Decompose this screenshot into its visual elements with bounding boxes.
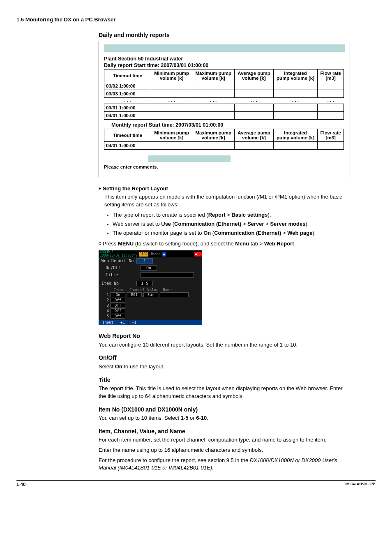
val-onoff: On — [141, 265, 157, 271]
page-number: 1-40 — [16, 482, 25, 487]
col-avg: Average pumpvolume [k] — [235, 129, 273, 142]
doc-number: IM 04L41B01-17E — [345, 482, 376, 487]
setting-desc: This item only appears on models with th… — [104, 193, 349, 209]
daily-heading: Daily report Start time: 2007/03/01 01:0… — [104, 62, 345, 68]
col-flow: Flow rate[m3] — [318, 129, 344, 142]
lbl-item-no: Item No — [101, 281, 136, 286]
table-row: 03/31 1:00:00 — [104, 104, 344, 112]
plant-title: Plant Section 50 Industrial water — [104, 56, 345, 62]
ellipsis-row: . . . . . . . . . . . . . . . . . . — [104, 98, 344, 104]
camera-icon: ◉ — [162, 252, 166, 257]
lbl-report-no: Web Report No — [101, 259, 136, 263]
p-web-report-no: You can configure 10 different report la… — [99, 341, 349, 349]
ss-items-table: Item Channel Value Name 1OnR01Sum 2Off 3… — [99, 287, 202, 320]
monthly-heading: Monthly report Start time: 2007/03/01 01… — [104, 122, 345, 128]
page-footer: 1-40 IM 04L41B01-17E — [16, 480, 376, 487]
monthly-table: Timeout time Minimum pumpvolume [k] Maxi… — [104, 129, 344, 150]
bullet-report: The type of report to create is specifie… — [113, 211, 349, 219]
p-title: The report title. This title is used to … — [99, 385, 349, 400]
report-illustration: Plant Section 50 Industrial water Daily … — [99, 41, 350, 177]
ss-footer: Input +1 -1 — [99, 320, 202, 325]
bullet-page: The operator or monitor page is set to O… — [113, 229, 349, 237]
subtitle: Daily and monthly reports — [99, 32, 376, 38]
p-item-no: You can set up to 10 items. Select 1-5 o… — [99, 414, 349, 422]
p-icvn-2: Enter the name using up to 16 alphanumer… — [99, 446, 349, 454]
h-icvn: Item, Channel, Value, and Name — [99, 427, 349, 435]
h-item-no: Item No (DX1000 and DX1000N only) — [99, 405, 349, 414]
alarm-icon: ●)) — [194, 252, 202, 257]
title-bar — [104, 44, 345, 52]
ss-plus: +1 — [117, 320, 129, 325]
ss-minus: -1 — [129, 320, 140, 325]
comment-bar — [148, 155, 231, 162]
ss-mode: 1hour — [149, 252, 162, 256]
ss-input: Input — [99, 320, 117, 325]
disp-icon: DISP — [139, 252, 148, 257]
p-icvn-1: For each item number, set the report cha… — [99, 436, 349, 444]
val-report-no: 1 — [136, 258, 153, 264]
col-flow: Flow rate[m3] — [318, 69, 344, 82]
table-row: 04/01 1:00:00 — [104, 142, 344, 150]
menu-instruction: ◊ Press MENU (to switch to setting mode)… — [99, 240, 349, 248]
h-onoff: On/Off — [99, 354, 349, 362]
device-screenshot: GROUP 12008/12/02 11:20:49 DISP 1hour ◉ … — [99, 250, 202, 325]
h-web-report-no: Web Report No — [99, 332, 349, 340]
section-header: 1.5 Monitoring the DX on a PC Browser — [16, 16, 376, 24]
definitions: Web Report No You can configure 10 diffe… — [99, 332, 349, 472]
val-item-no: 1-5 — [136, 281, 153, 286]
comments-prompt: Please enter comments. — [104, 164, 345, 169]
col-timeout: Timeout time — [104, 69, 151, 82]
daily-table: Timeout time Minimum pumpvolume [k] Maxi… — [104, 69, 344, 120]
table-row: 04/01 1:00:00 — [104, 112, 344, 120]
bullet-webserver: Web server is set to Use (Communication … — [113, 220, 349, 228]
lbl-onoff: On/Off — [101, 266, 141, 270]
setting-heading: Setting the Report Layout — [103, 185, 168, 192]
col-min: Minimum pumpvolume [k] — [151, 129, 192, 142]
ss-header: GROUP 12008/12/02 11:20:49 DISP 1hour ◉ … — [99, 251, 202, 257]
table-row: 03/03 1:00:00 — [104, 90, 344, 98]
table-row: 03/02 1:00:00 — [104, 82, 344, 90]
h-title: Title — [99, 376, 349, 384]
col-int: Integratedpump volume [k] — [273, 69, 318, 82]
ss-group: GROUP 12008/12/02 11:20:49 — [99, 251, 138, 257]
col-min: Minimum pumpvolume [k] — [151, 69, 192, 82]
col-avg: Average pumpvolume [k] — [235, 69, 273, 82]
p-onoff: Select On to use the layout. — [99, 363, 349, 371]
col-max: Maximum pumpvolume [k] — [192, 129, 235, 142]
lbl-title: Title — [101, 273, 141, 277]
col-max: Maximum pumpvolume [k] — [192, 69, 235, 82]
col-int: Integratedpump volume [k] — [273, 129, 318, 142]
p-icvn-3: For the procedure to configure the repor… — [99, 457, 349, 472]
col-timeout: Timeout time — [104, 129, 151, 142]
val-title — [141, 272, 194, 278]
setting-report-layout: Setting the Report Layout This item only… — [99, 184, 349, 248]
